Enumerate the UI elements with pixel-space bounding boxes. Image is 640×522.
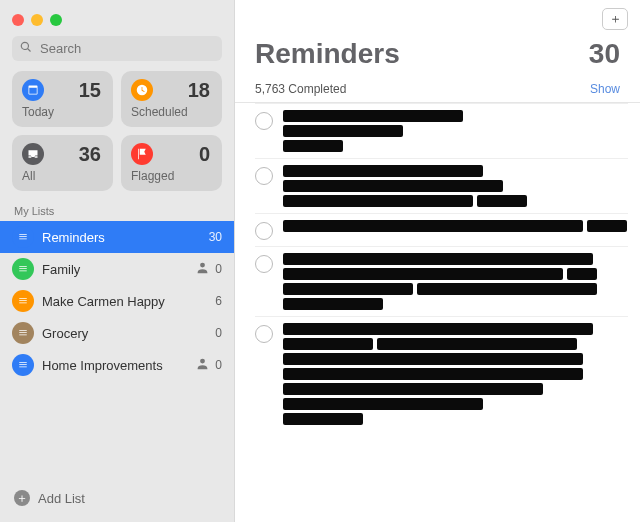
tray-icon (22, 143, 44, 165)
list-name: Home Improvements (42, 358, 188, 373)
list-row-home-improvements[interactable]: Home Improvements 0 (0, 349, 234, 381)
sidebar-lists: Reminders 30 Family 0 Make Carmen Happy … (0, 221, 234, 482)
search-field[interactable] (12, 36, 222, 61)
list-total-count: 30 (589, 38, 620, 70)
smart-flagged[interactable]: 0 Flagged (121, 135, 222, 191)
sidebar-section-title: My Lists (0, 201, 234, 221)
smart-scheduled-count: 18 (188, 79, 210, 102)
plus-icon: ＋ (609, 10, 622, 28)
list-name: Make Carmen Happy (42, 294, 207, 309)
reminder-content-redacted (283, 110, 628, 152)
list-name: Grocery (42, 326, 207, 341)
smart-today-label: Today (22, 105, 103, 119)
smart-all-label: All (22, 169, 103, 183)
reminder-items (235, 103, 640, 522)
reminder-item[interactable] (255, 158, 628, 213)
reminder-content-redacted (283, 165, 628, 207)
list-name: Family (42, 262, 188, 277)
smart-flagged-count: 0 (199, 143, 210, 166)
add-list-button[interactable]: ＋ Add List (0, 482, 234, 514)
reminder-checkbox[interactable] (255, 255, 273, 273)
reminder-content-redacted (283, 220, 628, 232)
list-row-grocery[interactable]: Grocery 0 (0, 317, 234, 349)
sidebar: 15 Today 18 Scheduled 36 All (0, 0, 235, 522)
list-row-family[interactable]: Family 0 (0, 253, 234, 285)
smart-flagged-label: Flagged (131, 169, 212, 183)
list-row-reminders[interactable]: Reminders 30 (0, 221, 234, 253)
calendar-icon (22, 79, 44, 101)
list-header: Reminders 30 (235, 34, 640, 72)
list-count: 0 (215, 262, 222, 276)
list-icon (12, 290, 34, 312)
list-count: 0 (215, 358, 222, 372)
completed-count-label: 5,763 Completed (255, 82, 346, 96)
add-reminder-button[interactable]: ＋ (602, 8, 628, 30)
reminder-checkbox[interactable] (255, 222, 273, 240)
list-name: Reminders (42, 230, 201, 245)
toolbar: ＋ (235, 0, 640, 34)
reminder-item[interactable] (255, 246, 628, 316)
list-count: 6 (215, 294, 222, 308)
reminder-checkbox[interactable] (255, 325, 273, 343)
add-list-label: Add List (38, 491, 85, 506)
reminder-content-redacted (283, 253, 628, 310)
reminder-item[interactable] (255, 316, 628, 431)
app-window: 15 Today 18 Scheduled 36 All (0, 0, 640, 522)
plus-icon: ＋ (14, 490, 30, 506)
smart-all-count: 36 (79, 143, 101, 166)
show-completed-button[interactable]: Show (590, 82, 620, 96)
reminder-item[interactable] (255, 213, 628, 246)
list-row-make-carmen-happy[interactable]: Make Carmen Happy 6 (0, 285, 234, 317)
reminder-checkbox[interactable] (255, 112, 273, 130)
clock-icon (131, 79, 153, 101)
smart-scheduled[interactable]: 18 Scheduled (121, 71, 222, 127)
list-title: Reminders (255, 38, 400, 70)
smart-today-count: 15 (79, 79, 101, 102)
list-count: 0 (215, 326, 222, 340)
shared-icon (196, 357, 209, 373)
close-window-button[interactable] (12, 14, 24, 26)
list-icon (12, 258, 34, 280)
smart-lists: 15 Today 18 Scheduled 36 All (0, 71, 234, 201)
minimize-window-button[interactable] (31, 14, 43, 26)
list-icon (12, 354, 34, 376)
list-count: 30 (209, 230, 222, 244)
zoom-window-button[interactable] (50, 14, 62, 26)
smart-today[interactable]: 15 Today (12, 71, 113, 127)
list-icon (12, 322, 34, 344)
smart-scheduled-label: Scheduled (131, 105, 212, 119)
search-input[interactable] (38, 40, 214, 57)
flag-icon (131, 143, 153, 165)
reminder-item[interactable] (255, 103, 628, 158)
window-controls (0, 8, 234, 36)
main-pane: ＋ Reminders 30 5,763 Completed Show (235, 0, 640, 522)
list-icon (12, 226, 34, 248)
reminder-content-redacted (283, 323, 628, 425)
shared-icon (196, 261, 209, 277)
completed-bar: 5,763 Completed Show (235, 72, 640, 102)
smart-all[interactable]: 36 All (12, 135, 113, 191)
search-icon (20, 41, 38, 56)
reminder-checkbox[interactable] (255, 167, 273, 185)
